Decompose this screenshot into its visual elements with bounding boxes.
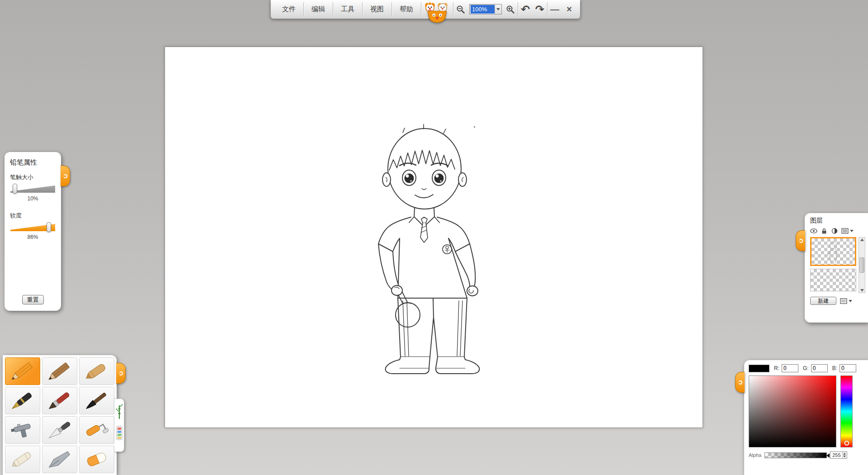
tool-ink-brush[interactable] bbox=[79, 387, 114, 414]
tool-eraser[interactable] bbox=[79, 446, 114, 473]
tool-colored-pencil[interactable] bbox=[42, 357, 77, 385]
alpha-marker[interactable] bbox=[826, 453, 830, 458]
zoom-out-button[interactable] bbox=[453, 0, 468, 19]
r-label: R: bbox=[774, 365, 779, 371]
softness-value: 86% bbox=[10, 234, 56, 240]
hanging-mascot-icon[interactable] bbox=[427, 11, 448, 23]
menu-tools[interactable]: 工具 bbox=[333, 0, 362, 19]
alpha-slider[interactable] bbox=[764, 452, 827, 458]
main-toolbar: 文件 编辑 工具 视图 帮助 bbox=[270, 0, 580, 19]
tool-crayon[interactable] bbox=[79, 357, 114, 385]
layer-scrollbar[interactable] bbox=[859, 237, 865, 293]
zoom-level-value[interactable]: 100% bbox=[471, 5, 495, 14]
undo-arrow-icon: ↶ bbox=[521, 4, 530, 15]
stray-pencil-mark bbox=[474, 126, 475, 128]
bamboo-tool-icon[interactable] bbox=[116, 404, 123, 421]
tool-palette-knife[interactable] bbox=[42, 416, 77, 444]
close-button[interactable]: × bbox=[562, 0, 576, 19]
softness-slider[interactable] bbox=[10, 222, 55, 233]
pencil-panel-tab[interactable] bbox=[61, 166, 70, 186]
layer-preview-sketch bbox=[811, 238, 855, 265]
pencil-icon bbox=[8, 360, 38, 383]
mascot-slot bbox=[421, 0, 453, 19]
fountain-pen-icon bbox=[8, 390, 38, 412]
layer-options-button[interactable] bbox=[840, 298, 852, 304]
scrollbar-thumb[interactable] bbox=[859, 257, 864, 273]
redo-arrow-icon: ↷ bbox=[535, 4, 544, 15]
scroll-up-icon[interactable] bbox=[860, 238, 864, 241]
undo-button[interactable]: ↶ bbox=[518, 0, 533, 19]
chevron-down-icon bbox=[496, 8, 500, 10]
drawing-canvas[interactable] bbox=[165, 47, 703, 428]
swirl-icon bbox=[738, 380, 742, 385]
tool-paint-brush[interactable] bbox=[42, 387, 77, 414]
layer-menu-button[interactable] bbox=[841, 228, 854, 234]
tool-airbrush[interactable] bbox=[5, 416, 40, 444]
hue-bar[interactable] bbox=[840, 375, 853, 447]
layer-thumbnail-2[interactable] bbox=[810, 269, 856, 291]
menu-file-label: 文件 bbox=[282, 5, 296, 14]
alpha-row: Alpha 255 bbox=[749, 451, 863, 459]
b-input[interactable] bbox=[840, 364, 856, 372]
swirl-icon bbox=[799, 239, 803, 243]
pattern-tool-icon[interactable] bbox=[116, 424, 123, 442]
contrast-icon[interactable] bbox=[831, 228, 838, 234]
crayon-icon bbox=[82, 360, 112, 383]
color-panel-tab[interactable] bbox=[735, 372, 745, 393]
softness-label: 软度 bbox=[10, 212, 56, 220]
spin-up-icon[interactable] bbox=[843, 453, 846, 455]
ink-brush-icon bbox=[82, 390, 112, 412]
lock-icon[interactable] bbox=[821, 228, 828, 234]
menu-tools-label: 工具 bbox=[341, 5, 354, 14]
eraser-icon bbox=[82, 448, 112, 471]
spinner-arrows bbox=[842, 452, 846, 458]
softness-handle[interactable] bbox=[47, 222, 51, 232]
spin-down-icon[interactable] bbox=[843, 456, 846, 457]
alpha-spinner[interactable]: 255 bbox=[830, 451, 847, 459]
zoom-dropdown-button[interactable] bbox=[495, 5, 501, 14]
saturation-value-square[interactable] bbox=[749, 375, 836, 447]
redo-button[interactable]: ↷ bbox=[533, 0, 547, 19]
r-input[interactable] bbox=[782, 364, 798, 372]
g-label: G: bbox=[803, 365, 809, 371]
alpha-value: 255 bbox=[832, 452, 840, 458]
g-input[interactable] bbox=[811, 364, 828, 372]
color-picker-main bbox=[749, 375, 863, 447]
layers-panel-tab[interactable] bbox=[796, 230, 805, 251]
paint-roller-icon bbox=[82, 419, 112, 442]
zoom-level-combobox[interactable]: 100% bbox=[469, 4, 502, 14]
menu-help[interactable]: 帮助 bbox=[392, 0, 421, 19]
brush-size-label: 笔触大小 bbox=[10, 173, 56, 181]
minimize-icon: — bbox=[550, 4, 559, 14]
hue-indicator[interactable] bbox=[844, 441, 849, 446]
zoom-in-button[interactable] bbox=[503, 0, 518, 19]
tool-quill-pen[interactable] bbox=[42, 446, 77, 473]
current-color-swatch[interactable] bbox=[749, 365, 769, 372]
brush-size-handle[interactable] bbox=[13, 184, 17, 194]
brush-size-slider[interactable] bbox=[10, 183, 55, 194]
tool-paint-roller[interactable] bbox=[79, 416, 114, 444]
magnifier-plus-icon bbox=[506, 5, 515, 14]
menu-view[interactable]: 视图 bbox=[363, 0, 392, 19]
reset-button[interactable]: 重置 bbox=[22, 295, 44, 304]
tool-palette-tab[interactable] bbox=[116, 363, 126, 384]
layers-bottom-bar: 新建 bbox=[810, 297, 866, 305]
scroll-down-icon[interactable] bbox=[860, 289, 864, 292]
minimize-button[interactable]: — bbox=[547, 0, 562, 19]
brush-size-value: 10% bbox=[10, 195, 56, 202]
layer-options-icon bbox=[840, 298, 847, 304]
layer-list-icon bbox=[841, 228, 849, 234]
eye-icon[interactable] bbox=[810, 228, 817, 234]
layer-thumbnail-1[interactable] bbox=[810, 237, 856, 266]
rgb-row: R: G: B: bbox=[749, 364, 863, 372]
alpha-gradient bbox=[765, 453, 826, 458]
tool-pastel[interactable] bbox=[5, 446, 40, 473]
menu-view-label: 视图 bbox=[370, 5, 384, 14]
swirl-icon bbox=[119, 371, 123, 375]
magnifier-minus-icon bbox=[456, 5, 465, 14]
new-layer-button[interactable]: 新建 bbox=[810, 297, 836, 305]
tool-fountain-pen[interactable] bbox=[5, 387, 40, 414]
tool-pencil[interactable] bbox=[5, 357, 40, 385]
menu-file[interactable]: 文件 bbox=[274, 0, 303, 19]
menu-edit[interactable]: 编辑 bbox=[304, 0, 333, 19]
